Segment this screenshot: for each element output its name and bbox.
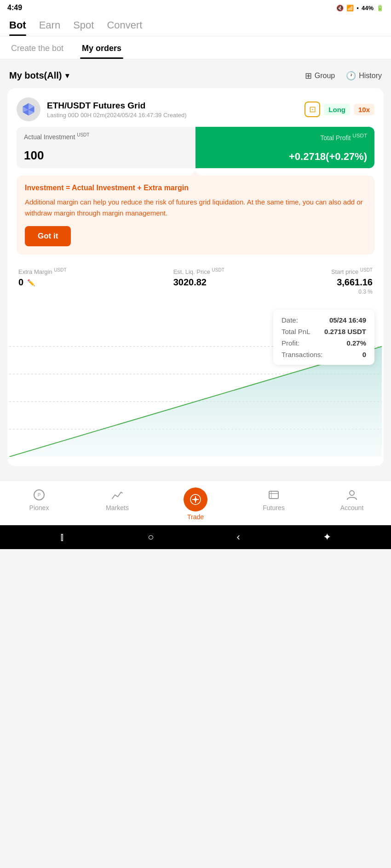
chart-tooltip: Date: 05/24 16:49 Total PnL 0.2718 USDT … <box>273 310 374 365</box>
nav-markets[interactable]: Markets <box>78 486 156 522</box>
battery-text: 44% <box>362 5 374 11</box>
status-time: 4:49 <box>7 4 22 12</box>
nav-earn[interactable]: Earn <box>39 19 60 36</box>
group-button[interactable]: ⊞ Group <box>305 71 335 81</box>
tooltip-date-value: 05/24 16:49 <box>329 316 366 324</box>
top-nav: Bot Earn Spot Convert <box>0 16 391 36</box>
futures-icon <box>266 488 281 502</box>
svg-point-17 <box>194 498 197 501</box>
tooltip-pnl-label: Total PnL <box>282 328 310 335</box>
history-icon: 🕐 <box>346 71 356 81</box>
android-accessibility[interactable]: ✦ <box>323 531 331 543</box>
futures-label: Futures <box>263 504 284 511</box>
android-bar: ⫿ ○ ‹ ✦ <box>0 525 391 549</box>
info-box: Investment = Actual Investment + Extra m… <box>17 176 374 255</box>
tooltip-tx-row: Transactions: 0 <box>282 351 366 358</box>
markets-label: Markets <box>106 504 129 511</box>
account-icon <box>345 488 359 502</box>
tab-my-orders[interactable]: My orders <box>80 36 123 59</box>
tab-create-bot[interactable]: Create the bot <box>9 36 65 59</box>
bot-avatar <box>17 97 40 121</box>
badge-long: Long <box>324 104 350 115</box>
bot-title-area: ETH/USDT Futures Grid Lasting 00D 00H 02… <box>47 101 298 119</box>
android-back[interactable]: ‹ <box>237 531 240 543</box>
tooltip-profit-value: 0.27% <box>346 339 366 347</box>
tooltip-date-label: Date: <box>282 316 298 324</box>
bot-header: ETH/USDT Futures Grid Lasting 00D 00H 02… <box>17 97 374 121</box>
nav-trade[interactable]: Trade <box>156 486 235 522</box>
mute-icon: 🔇 <box>336 5 344 11</box>
signal-icon: ▪️ <box>356 5 359 11</box>
wifi-icon: 📶 <box>346 5 354 11</box>
start-price-percent: 0.3 % <box>331 289 373 295</box>
nav-futures[interactable]: Futures <box>235 486 313 522</box>
nav-pionex[interactable]: P Pionex <box>0 486 78 522</box>
history-label: History <box>359 72 382 80</box>
my-bots-filter[interactable]: My bots(All) ▾ <box>9 70 69 81</box>
nav-bot[interactable]: Bot <box>9 19 26 36</box>
actual-invest-label: Actual Investment USDT <box>24 132 188 141</box>
tooltip-tx-value: 0 <box>362 351 366 358</box>
filter-actions: ⊞ Group 🕐 History <box>305 71 382 81</box>
tooltip-profit-label: Profit: <box>282 339 299 347</box>
pionex-icon: P <box>32 488 46 502</box>
stats-row: Extra Margin USDT 0 ✏️ Est. Liq. Price U… <box>17 264 374 301</box>
info-text: Additional margin can help you reduce th… <box>25 197 366 219</box>
liq-price-label: Est. Liq. Price USDT <box>173 267 224 275</box>
stat-extra-margin: Extra Margin USDT 0 ✏️ <box>18 267 67 288</box>
bot-title: ETH/USDT Futures Grid <box>47 101 298 111</box>
svg-text:P: P <box>38 493 41 498</box>
invest-right: Total Profit USDT +0.2718(+0.27%) <box>196 127 374 168</box>
status-icons: 🔇 📶 ▪️ 44% 🔋 <box>336 5 384 11</box>
bottom-nav: P Pionex Markets Trade <box>0 481 391 525</box>
got-it-button[interactable]: Got it <box>25 226 71 246</box>
bot-card: ETH/USDT Futures Grid Lasting 00D 00H 02… <box>7 88 384 466</box>
chart-area: Date: 05/24 16:49 Total PnL 0.2718 USDT … <box>9 301 382 457</box>
trade-icon <box>184 488 207 511</box>
total-profit-value: +0.2718(+0.27%) <box>289 151 367 163</box>
info-title: Investment = Actual Investment + Extra m… <box>25 184 366 192</box>
extra-margin-value: 0 ✏️ <box>18 277 67 288</box>
tooltip-pnl-row: Total PnL 0.2718 USDT <box>282 328 366 335</box>
markets-icon <box>110 488 125 502</box>
history-button[interactable]: 🕐 History <box>346 71 382 81</box>
filter-bar: My bots(All) ▾ ⊞ Group 🕐 History <box>7 67 384 88</box>
invest-left: Actual Investment USDT 100 <box>17 127 196 168</box>
tooltip-date-row: Date: 05/24 16:49 <box>282 316 366 324</box>
svg-point-21 <box>350 491 354 495</box>
bot-subtitle: Lasting 00D 00H 02m(2024/05/24 16:47:39 … <box>47 112 298 119</box>
bot-badges: ⊡ Long 10x <box>305 102 374 117</box>
main-content: My bots(All) ▾ ⊞ Group 🕐 History <box>0 59 391 481</box>
status-bar: 4:49 🔇 📶 ▪️ 44% 🔋 <box>0 0 391 16</box>
liq-price-value: 3020.82 <box>173 277 224 288</box>
group-icon: ⊞ <box>305 71 312 81</box>
trade-label: Trade <box>187 513 204 521</box>
start-price-label: Start price USDT <box>331 267 373 275</box>
android-recents[interactable]: ⫿ <box>60 531 65 543</box>
sub-tabs: Create the bot My orders <box>0 36 391 59</box>
pionex-label: Pionex <box>29 504 49 511</box>
stat-start-price: Start price USDT 3,661.16 0.3 % <box>331 267 373 295</box>
nav-spot[interactable]: Spot <box>73 19 94 36</box>
nav-convert[interactable]: Convert <box>107 19 142 36</box>
svg-rect-18 <box>269 491 278 499</box>
my-bots-label: My bots(All) <box>9 70 62 81</box>
start-price-value: 3,661.16 <box>331 277 373 288</box>
actual-invest-value: 100 <box>24 148 188 163</box>
extra-margin-label: Extra Margin USDT <box>18 267 67 275</box>
investment-strip: Actual Investment USDT 100 Total Profit … <box>17 127 374 168</box>
dropdown-icon: ▾ <box>65 71 69 80</box>
tooltip-tx-label: Transactions: <box>282 351 322 358</box>
total-profit-label: Total Profit USDT <box>320 132 367 142</box>
nav-account[interactable]: Account <box>313 486 391 522</box>
android-home[interactable]: ○ <box>148 531 154 543</box>
tooltip-profit-row: Profit: 0.27% <box>282 339 366 347</box>
tooltip-pnl-value: 0.2718 USDT <box>324 328 366 335</box>
badge-leverage: 10x <box>354 104 374 115</box>
edit-margin-icon[interactable]: ✏️ <box>27 279 35 286</box>
battery-icon: 🔋 <box>376 5 384 11</box>
stat-liq-price: Est. Liq. Price USDT 3020.82 <box>173 267 224 288</box>
account-label: Account <box>340 504 364 511</box>
bot-type-icon: ⊡ <box>305 102 320 117</box>
group-label: Group <box>315 72 335 80</box>
